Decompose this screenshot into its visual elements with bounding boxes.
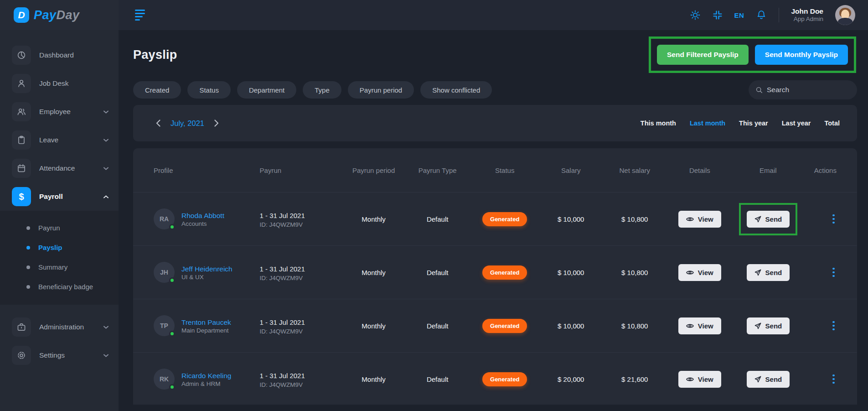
filter-chip-status[interactable]: Status [187,81,231,99]
sidebar-item-employee[interactable]: Employee [0,98,119,126]
sidebar: Dashboard Job Desk Employee Leave [0,30,119,411]
range-total[interactable]: Total [824,120,840,127]
sidebar-item-settings[interactable]: Settings [0,341,119,369]
search-input[interactable] [767,86,850,94]
sidebar-item-administration[interactable]: Administration [0,313,119,341]
annotation-box-row-send: Send [747,211,790,228]
subitem-label: Payslip [38,244,62,251]
row-actions-menu-icon[interactable] [831,319,837,333]
payrun-period-value: Monthly [362,215,386,223]
sidebar-item-label: Job Desk [39,79,69,88]
sidebar-item-payroll[interactable]: $ Payroll [0,182,119,211]
table-row: RK Ricardo Keeling Admin & HRM 1 - 31 Ju… [133,352,857,405]
employee-name-link[interactable]: Ricardo Keeling [181,371,231,381]
chevron-down-icon [103,110,108,114]
sidebar-item-job-desk[interactable]: Job Desk [0,69,119,98]
bullet-dot-icon [26,285,30,289]
user-name: John Doe [791,7,823,16]
sidebar-subitem-payslip[interactable]: Payslip [0,238,119,257]
sidebar-subitem-payrun[interactable]: Payrun [0,218,119,238]
online-status-dot [169,277,175,283]
chevron-up-icon [103,195,108,198]
sidebar-subitem-beneficiary-badge[interactable]: Beneficiary badge [0,277,119,297]
status-badge: Generated [482,319,527,333]
sidebar-subitem-summary[interactable]: Summary [0,257,119,277]
salary-value: $ 10,000 [558,269,584,276]
avatar: JH [154,262,175,283]
view-button[interactable]: View [678,317,721,334]
eye-icon [686,216,694,222]
row-actions-menu-icon[interactable] [831,266,837,279]
send-plane-icon [754,323,761,329]
current-period-label[interactable]: July, 2021 [170,119,204,128]
subitem-label: Beneficiary badge [38,283,93,291]
employee-name-link[interactable]: Rhoda Abbott [181,211,224,221]
brand-logo[interactable]: D PayDay [0,0,119,30]
user-avatar[interactable] [835,5,855,25]
payrun-id: ID: J4QWZM9V [260,221,337,228]
sidebar-item-label: Administration [39,323,84,331]
annotation-box-send-buttons: Send Filtered Payslip Send Monthly Paysl… [657,45,848,65]
table-row: RA Rhoda Abbott Accounts 1 - 31 Jul 2021… [133,192,857,245]
column-header-details: Details [689,166,710,174]
row-actions-menu-icon[interactable] [831,213,837,226]
payslip-table: Profile Payrun Payrun period Payrun Type… [133,148,857,405]
salary-value: $ 10,000 [558,322,584,330]
send-button[interactable]: Send [747,211,790,228]
view-button[interactable]: View [678,264,721,281]
employee-name-link[interactable]: Trenton Paucek [181,317,231,328]
sidebar-item-dashboard[interactable]: Dashboard [0,41,119,69]
chevron-down-icon [103,326,108,329]
payrun-range: 1 - 31 Jul 2021 [260,317,337,328]
pie-chart-icon [12,46,31,65]
filter-chip-created[interactable]: Created [133,81,181,99]
send-button[interactable]: Send [747,371,790,388]
send-button[interactable]: Send [747,264,790,281]
filter-chip-type[interactable]: Type [303,81,341,99]
filter-chip-show-conflicted[interactable]: Show conflicted [420,81,492,99]
previous-month-icon[interactable] [156,120,160,127]
payrun-range: 1 - 31 Jul 2021 [260,210,337,221]
fullscreen-compress-icon[interactable] [713,10,723,20]
next-month-icon[interactable] [214,120,219,127]
sidebar-item-attendance[interactable]: Attendance [0,154,119,182]
status-badge: Generated [482,212,527,226]
send-button[interactable]: Send [747,317,790,334]
view-button[interactable]: View [678,211,721,228]
table-row: JH Jeff Heidenreich UI & UX 1 - 31 Jul 2… [133,245,857,299]
payrun-type-value: Default [427,322,449,330]
topbar: D PayDay EN [0,0,868,30]
search-icon [756,86,763,94]
payrun-type-value: Default [427,215,449,223]
menu-toggle-icon[interactable] [135,10,145,21]
row-actions-menu-icon[interactable] [831,373,837,386]
person-icon [12,74,31,93]
logo-text-pay: Pay [34,8,57,22]
theme-toggle-sun-icon[interactable] [690,10,701,21]
main-content: Payslip Send Filtered Payslip Send Month… [119,30,868,411]
employee-name-link[interactable]: Jeff Heidenreich [181,264,232,274]
range-this-year[interactable]: This year [739,120,768,127]
status-badge: Generated [482,265,527,280]
language-selector[interactable]: EN [734,11,744,19]
payrun-range: 1 - 31 Jul 2021 [260,370,337,381]
range-last-year[interactable]: Last year [782,120,811,127]
user-menu[interactable]: John Doe App Admin [791,7,823,23]
filter-chip-payrun-period[interactable]: Payrun period [348,81,414,99]
logo-text-day: Day [57,8,80,22]
view-button[interactable]: View [678,371,721,388]
sidebar-item-leave[interactable]: Leave [0,126,119,154]
range-last-month[interactable]: Last month [690,120,725,127]
notifications-bell-icon[interactable] [756,10,767,21]
eye-icon [686,323,694,329]
send-filtered-payslip-button[interactable]: Send Filtered Payslip [657,45,749,65]
net-salary-value: $ 10,800 [621,215,648,223]
range-this-month[interactable]: This month [641,120,676,127]
send-monthly-payslip-button[interactable]: Send Monthly Payslip [755,45,848,65]
salary-value: $ 10,000 [558,215,584,223]
net-salary-value: $ 10,800 [621,322,648,330]
sidebar-item-label: Attendance [39,164,75,172]
topbar-divider [779,8,779,22]
user-role: App Admin [791,16,823,23]
filter-chip-department[interactable]: Department [237,81,296,99]
